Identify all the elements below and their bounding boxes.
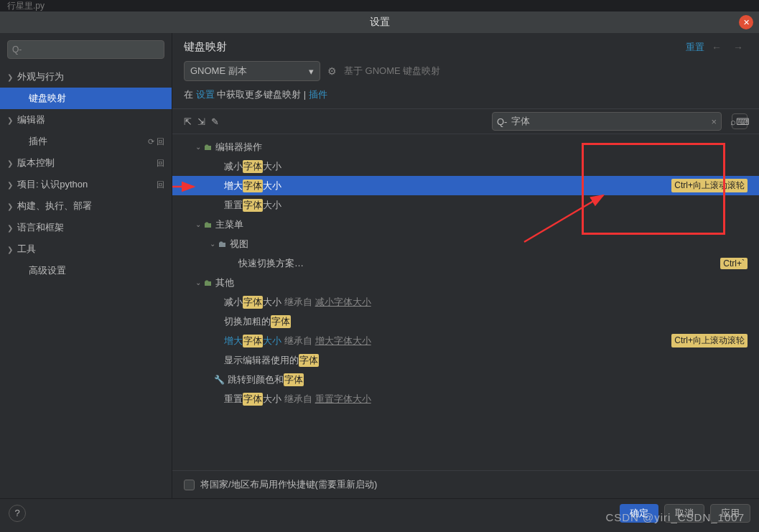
based-on-label: 基于 GNOME 键盘映射 [344, 65, 440, 78]
ok-button[interactable]: 确定 [620, 504, 658, 523]
folder-icon: 🖿 [204, 142, 213, 152]
tree-item-quick-switch[interactable]: 快速切换方案… Ctrl+` [172, 253, 759, 273]
tree-item-o-decrease[interactable]: 减小字体大小 继承自 减小字体大小 [172, 292, 759, 312]
dialog-title: 设置 [370, 16, 390, 29]
shortcut-badge: Ctrl+向上滚动滚轮 [671, 334, 748, 347]
folder-icon: 🖿 [204, 220, 213, 230]
close-button[interactable]: ✕ [739, 15, 753, 29]
tree-group-editor-ops[interactable]: ⌄🖿编辑器操作 [172, 137, 759, 157]
folder-icon: 🖿 [204, 278, 213, 288]
cancel-button[interactable]: 取消 [664, 504, 704, 523]
chevron-down-icon: ▾ [309, 66, 314, 77]
tree-item-o-reset[interactable]: 重置字体大小 继承自 重置字体大小 [172, 389, 759, 409]
tree-group-view[interactable]: ⌄🖿视图 [172, 234, 759, 253]
edit-icon[interactable]: ✎ [211, 116, 219, 127]
reset-link[interactable]: 重置 [686, 41, 704, 54]
sidebar-item-build[interactable]: ❯构建、执行、部署 [0, 195, 172, 217]
content-panel: 键盘映射 重置 ← → GNOME 副本 ▾ ⚙ 基于 GNOME 键盘映射 在… [172, 33, 759, 498]
tree-item-o-bold[interactable]: 切换加粗的字体 [172, 312, 759, 331]
search-icon: Q [12, 45, 19, 55]
keymap-dropdown[interactable]: GNOME 副本 ▾ [184, 61, 320, 81]
wrench-icon: 🔧 [214, 375, 225, 385]
dialog-title-bar: 设置 ✕ [0, 11, 759, 33]
tree-search-input[interactable]: Q- 字体 × [492, 112, 722, 131]
folder-icon: 🖿 [218, 239, 227, 249]
tree-toolbar: ⇱ ⇲ ✎ Q- 字体 × ⌕⌨ [172, 108, 759, 134]
tab-bar: 行星里.py [0, 0, 759, 11]
clear-icon[interactable]: × [711, 116, 717, 127]
tree-group-main-menu[interactable]: ⌄🖿主菜单 [172, 215, 759, 234]
help-button[interactable]: ? [9, 505, 26, 522]
national-layout-checkbox-row[interactable]: 将国家/地区布局用作快捷键(需要重新启动) [172, 470, 759, 498]
tree-item-o-show[interactable]: 显示编辑器使用的字体 [172, 350, 759, 370]
dialog-bottom-bar: ? 确定 取消 应用 [0, 498, 759, 527]
close-icon: ✕ [743, 18, 750, 27]
sidebar-item-plugins[interactable]: 插件⟳ 回 [0, 131, 172, 152]
tree-item-increase-font[interactable]: 增大字体大小 Ctrl+向上滚动滚轮 [172, 176, 759, 195]
nav-arrows[interactable]: ← → [712, 42, 748, 53]
tree-item-reset-font[interactable]: 重置字体大小 [172, 195, 759, 215]
sidebar-item-vcs[interactable]: ❯版本控制回 [0, 152, 172, 174]
expand-all-icon[interactable]: ⇱ [184, 116, 192, 127]
sidebar-item-advanced[interactable]: 高级设置 [0, 260, 172, 281]
gear-icon[interactable]: ⚙ [327, 65, 337, 77]
apply-button[interactable]: 应用 [710, 504, 750, 523]
action-tree: ⌄🖿编辑器操作 减小字体大小 增大字体大小 Ctrl+向上滚动滚轮 重置字体大小… [172, 134, 759, 470]
collapse-all-icon[interactable]: ⇲ [197, 116, 205, 127]
search-icon: Q- [497, 116, 507, 127]
sidebar: Q- ❯外观与行为 键盘映射 ❯编辑器 插件⟳ 回 ❯版本控制回 ❯项目: 认识… [0, 33, 172, 498]
tree-group-other[interactable]: ⌄🖿其他 [172, 273, 759, 292]
sidebar-item-languages[interactable]: ❯语言和框架 [0, 217, 172, 238]
sidebar-item-project[interactable]: ❯项目: 认识python回 [0, 174, 172, 195]
find-shortcut-icon[interactable]: ⌕⌨ [732, 113, 748, 129]
checkbox[interactable] [184, 480, 195, 490]
sidebar-item-keymap[interactable]: 键盘映射 [0, 88, 172, 109]
sidebar-item-editor[interactable]: ❯编辑器 [0, 109, 172, 131]
tree-item-decrease-font[interactable]: 减小字体大小 [172, 157, 759, 176]
tree-item-o-increase[interactable]: 增大字体大小 继承自 增大字体大小 Ctrl+向上滚动滚轮 [172, 331, 759, 350]
sidebar-search[interactable]: Q- [7, 40, 164, 59]
more-keymaps-link: 在 设置 中获取更多键盘映射 | 插件 [172, 85, 759, 108]
shortcut-badge: Ctrl+` [720, 258, 748, 269]
sidebar-item-tools[interactable]: ❯工具 [0, 238, 172, 260]
content-title: 键盘映射 [184, 40, 686, 54]
sidebar-item-appearance[interactable]: ❯外观与行为 [0, 66, 172, 88]
shortcut-badge: Ctrl+向上滚动滚轮 [671, 179, 748, 192]
sidebar-nav: ❯外观与行为 键盘映射 ❯编辑器 插件⟳ 回 ❯版本控制回 ❯项目: 认识pyt… [0, 66, 172, 281]
tree-item-o-jump[interactable]: 🔧跳转到颜色和字体 [172, 370, 759, 389]
